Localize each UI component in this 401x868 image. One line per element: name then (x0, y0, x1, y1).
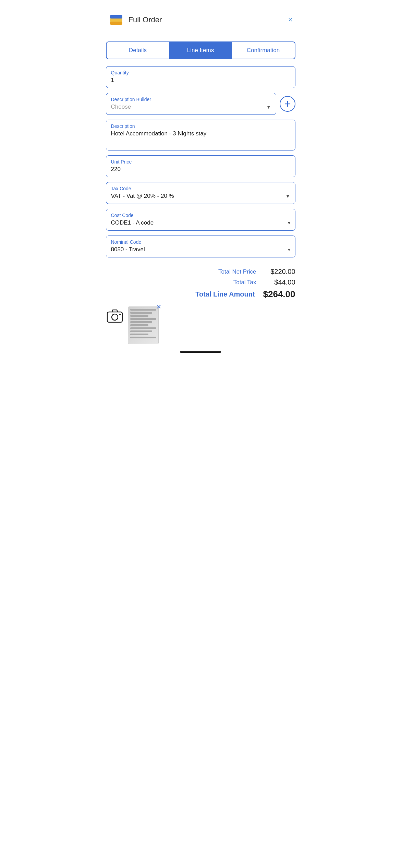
cost-code-value: CODE1 - A code (111, 219, 154, 226)
tab-confirmation[interactable]: Confirmation (232, 42, 295, 59)
tab-lineitems[interactable]: Line Items (169, 42, 232, 59)
attachment-thumbnail[interactable] (128, 306, 159, 344)
svg-rect-1 (110, 18, 122, 22)
description-builder-row: Description Builder Choose ▼ (106, 93, 295, 115)
svg-rect-7 (119, 314, 121, 315)
cost-code-dropdown-arrow: ▾ (288, 220, 290, 226)
description-field-group: Description Hotel Accommodation - 3 Nigh… (106, 120, 295, 150)
close-button[interactable]: × (288, 16, 293, 24)
unit-price-field-box[interactable]: Unit Price 220 (106, 155, 295, 177)
form-content: Quantity 1 Description Builder Choose ▼ … (100, 66, 301, 257)
app-logo-icon (109, 12, 124, 27)
doc-line-9 (130, 334, 148, 335)
camera-button[interactable] (106, 306, 124, 324)
page-title: Full Order (129, 15, 162, 24)
doc-line-1 (130, 309, 156, 311)
total-line-amount-value: $264.00 (263, 289, 295, 300)
description-builder-dropdown-arrow: ▼ (266, 104, 271, 110)
nominal-code-field-box[interactable]: Nominal Code 8050 - Travel ▾ (106, 236, 295, 257)
total-tax-row: Total Tax $44.00 (106, 278, 295, 286)
svg-rect-5 (107, 312, 122, 322)
doc-line-8 (130, 330, 153, 332)
doc-line-10 (130, 337, 156, 338)
total-line-amount-label: Total Line Amount (195, 290, 255, 298)
net-price-row: Total Net Price $220.00 (106, 268, 295, 276)
nominal-code-field-group: Nominal Code 8050 - Travel ▾ (106, 236, 295, 257)
description-value: Hotel Accommodation - 3 Nights stay (111, 130, 207, 137)
description-builder-label: Description Builder (111, 97, 271, 102)
home-indicator (100, 344, 301, 357)
doc-line-3 (130, 315, 148, 317)
quantity-field-group: Quantity 1 (106, 66, 295, 88)
totals-section: Total Net Price $220.00 Total Tax $44.00… (100, 262, 301, 300)
doc-line-7 (130, 327, 156, 329)
header: Full Order × (100, 0, 301, 33)
nominal-code-label: Nominal Code (111, 239, 290, 245)
thumbnail-placeholder (128, 307, 158, 344)
tax-code-field-group: Tax Code VAT - Vat @ 20% - 20 % ▼ (106, 182, 295, 204)
nominal-code-select[interactable]: 8050 - Travel ▾ (111, 246, 290, 253)
home-bar (180, 351, 221, 353)
cost-code-field-group: Cost Code CODE1 - A code ▾ (106, 209, 295, 231)
tax-code-dropdown-arrow: ▼ (285, 193, 290, 199)
quantity-value: 1 (111, 77, 114, 83)
tax-code-value: VAT - Vat @ 20% - 20 % (111, 193, 174, 200)
description-label: Description (111, 123, 290, 129)
total-tax-label: Total Tax (233, 279, 256, 286)
unit-price-label: Unit Price (111, 159, 290, 165)
svg-point-6 (112, 314, 118, 320)
nominal-code-dropdown-arrow: ▾ (288, 247, 290, 252)
header-left: Full Order (109, 12, 162, 27)
tax-code-select[interactable]: VAT - Vat @ 20% - 20 % ▼ (111, 193, 290, 200)
quantity-field-box[interactable]: Quantity 1 (106, 66, 295, 88)
total-line-amount-row: Total Line Amount $264.00 (106, 289, 295, 300)
add-description-button[interactable] (280, 96, 295, 112)
cost-code-select[interactable]: CODE1 - A code ▾ (111, 219, 290, 226)
cost-code-label: Cost Code (111, 213, 290, 218)
attachment-thumbnail-wrap: ✕ (128, 306, 159, 344)
plus-icon (283, 100, 292, 108)
quantity-label: Quantity (111, 70, 290, 75)
doc-line-6 (130, 324, 148, 326)
net-price-value: $220.00 (265, 268, 295, 276)
nominal-code-value: 8050 - Travel (111, 246, 145, 253)
description-field-box[interactable]: Description Hotel Accommodation - 3 Nigh… (106, 120, 295, 150)
tab-details[interactable]: Details (107, 42, 169, 59)
svg-rect-0 (110, 21, 122, 25)
camera-icon (106, 306, 124, 324)
remove-attachment-button[interactable]: ✕ (156, 304, 161, 310)
doc-line-4 (130, 318, 156, 320)
tax-code-field-box[interactable]: Tax Code VAT - Vat @ 20% - 20 % ▼ (106, 182, 295, 204)
svg-rect-2 (110, 15, 122, 19)
unit-price-field-group: Unit Price 220 (106, 155, 295, 177)
tax-code-label: Tax Code (111, 186, 290, 191)
description-builder-field-box[interactable]: Description Builder Choose ▼ (106, 93, 276, 115)
cost-code-field-box[interactable]: Cost Code CODE1 - A code ▾ (106, 209, 295, 231)
net-price-label: Total Net Price (218, 268, 256, 275)
attachment-row: ✕ (100, 302, 301, 344)
description-builder-select[interactable]: Choose ▼ (111, 104, 271, 110)
doc-line-5 (130, 321, 153, 323)
description-builder-value: Choose (111, 104, 131, 110)
doc-line-2 (130, 312, 153, 314)
tabs-container: Details Line Items Confirmation (106, 41, 295, 59)
total-tax-value: $44.00 (265, 278, 295, 286)
unit-price-value: 220 (111, 166, 121, 172)
